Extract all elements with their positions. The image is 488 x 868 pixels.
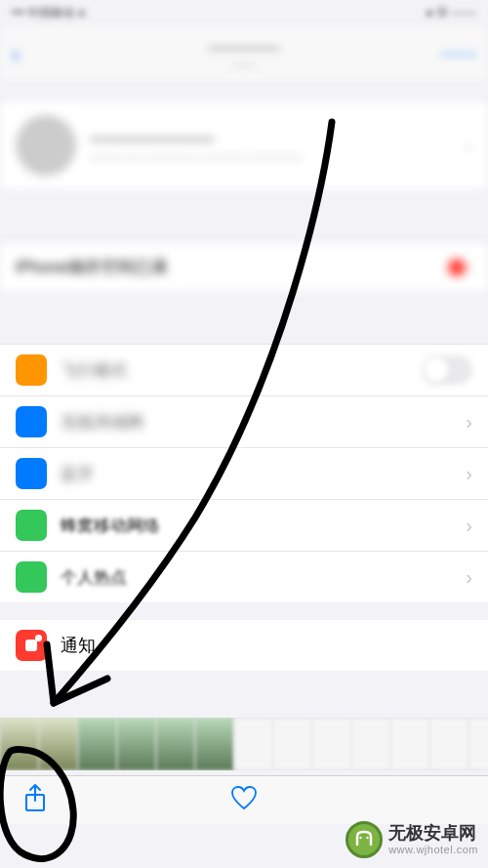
svg-point-1: [359, 837, 361, 839]
notifications-label: 通知: [61, 634, 96, 657]
apple-id-row[interactable]: ───────── ──── ── ────── ────── ────── ›: [0, 102, 488, 189]
thumbnail[interactable]: [351, 718, 390, 770]
airplane-icon: [16, 354, 47, 386]
svg-point-2: [366, 837, 368, 839]
notifications-section: 通知: [0, 620, 488, 671]
warning-badge-icon: [448, 259, 466, 276]
thumbnail[interactable]: [429, 718, 468, 770]
profile-subtitle: ──── ── ────── ────── ──────: [90, 150, 302, 164]
share-icon: [23, 783, 47, 812]
thumbnail[interactable]: [234, 718, 273, 770]
thumbnail[interactable]: [312, 718, 351, 770]
thumbnail[interactable]: [390, 718, 429, 770]
header-action-button[interactable]: ───: [441, 45, 476, 64]
thumbnail[interactable]: [195, 718, 234, 770]
thumbnail[interactable]: [39, 718, 78, 770]
like-button[interactable]: [230, 785, 258, 816]
heart-icon: [230, 785, 258, 810]
thumbnail[interactable]: [468, 718, 488, 770]
watermark-text: 无极安卓网 www.wjhotel.com: [388, 824, 478, 855]
notifications-row[interactable]: 通知: [0, 620, 488, 671]
bluetooth-row[interactable]: 蓝牙 ›: [0, 447, 488, 499]
chevron-right-icon: ›: [466, 463, 472, 485]
row-label: 个人热点: [61, 566, 466, 589]
thumbnail[interactable]: [117, 718, 156, 770]
watermark-url: www.wjhotel.com: [388, 844, 478, 855]
chevron-right-icon: ›: [466, 256, 472, 278]
storage-label: iPhone储存空间已满: [16, 256, 448, 278]
header-title-line1: ──────: [209, 39, 279, 59]
status-bar: ••• 中国移动 ⊕ ● ⦿ ───: [0, 0, 488, 25]
status-right: ● ⦿ ───: [427, 6, 476, 20]
notifications-icon: [16, 630, 47, 661]
row-label: 蜂窝移动网络: [61, 515, 466, 537]
watermark-name: 无极安卓网: [388, 824, 478, 844]
connectivity-section: 飞行模式 无线局域网 › 蓝牙 › 蜂窝移动网络 › 个人热点 ›: [0, 344, 488, 602]
header-title: ────── ───: [209, 39, 279, 70]
avatar: [16, 115, 76, 176]
hotspot-icon: [16, 561, 47, 593]
settings-content: ───────── ──── ── ────── ────── ────── ›…: [0, 84, 488, 790]
cellular-row[interactable]: 蜂窝移动网络 ›: [0, 499, 488, 551]
share-button[interactable]: [23, 783, 47, 818]
profile-text: ───────── ──── ── ────── ────── ──────: [90, 128, 302, 164]
profile-name: ─────────: [90, 128, 302, 150]
photo-thumbnail-strip[interactable]: [0, 718, 488, 770]
wifi-row[interactable]: 无线局域网 ›: [0, 395, 488, 447]
airplane-mode-row[interactable]: 飞行模式: [0, 344, 488, 395]
photo-toolbar: [0, 775, 488, 824]
back-button[interactable]: ‹: [12, 41, 20, 68]
row-label: 蓝牙: [61, 463, 466, 485]
hotspot-row[interactable]: 个人热点 ›: [0, 551, 488, 602]
chevron-right-icon: ›: [466, 566, 472, 589]
watermark: 无极安卓网 www.wjhotel.com: [346, 821, 478, 858]
header-title-line2: ───: [232, 59, 255, 70]
chevron-right-icon: ›: [466, 515, 472, 537]
cellular-icon: [16, 510, 47, 541]
storage-warning-row[interactable]: iPhone储存空间已满 ›: [0, 242, 488, 291]
chevron-right-icon: ›: [466, 135, 472, 157]
watermark-logo-icon: [346, 821, 383, 858]
wifi-icon: [16, 406, 47, 437]
thumbnail[interactable]: [156, 718, 195, 770]
nav-header: ‹ ────── ─── ───: [0, 25, 488, 84]
status-left: ••• 中国移动 ⊕: [12, 5, 87, 21]
thumbnail[interactable]: [78, 718, 117, 770]
thumbnail[interactable]: [0, 718, 39, 770]
row-label: 飞行模式: [61, 359, 422, 382]
thumbnail[interactable]: [273, 718, 312, 770]
row-label: 无线局域网: [61, 411, 466, 434]
bluetooth-icon: [16, 458, 47, 489]
chevron-right-icon: ›: [466, 411, 472, 434]
airplane-toggle[interactable]: [422, 355, 472, 385]
